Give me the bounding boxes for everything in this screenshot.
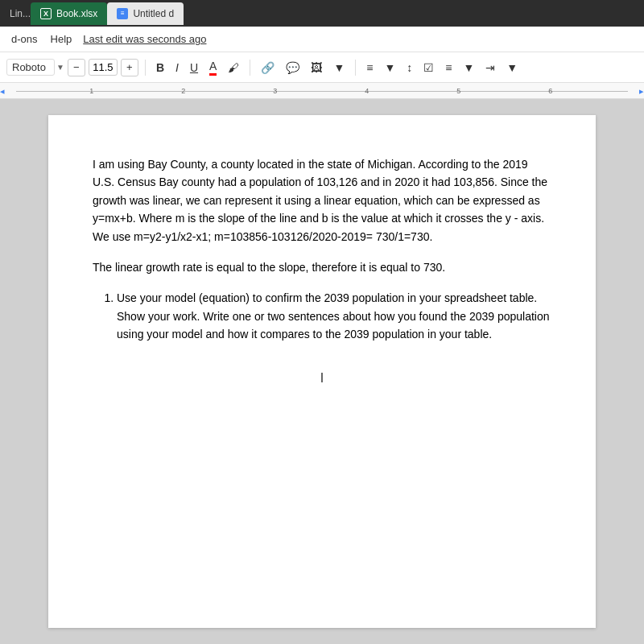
excel-icon: X [40, 8, 52, 19]
document-list: Use your model (equation) to confirm the… [117, 289, 551, 343]
indent-button[interactable]: ⇥ [481, 60, 499, 76]
font-size-increase-button[interactable]: + [121, 59, 138, 76]
document-area[interactable]: I am using Bay County, a county located … [0, 99, 644, 644]
align-dropdown-button[interactable]: ▼ [380, 60, 399, 76]
image-dropdown-button[interactable]: ▼ [329, 60, 349, 76]
menu-help[interactable]: Help [46, 30, 77, 48]
ruler-mark-1: 1 [89, 87, 93, 95]
list-dropdown-button[interactable]: ▼ [459, 60, 478, 76]
ruler-right-arrow-icon[interactable]: ▸ [639, 85, 644, 96]
doc-tab-label: Untitled d [133, 8, 174, 19]
paragraph-2: The linear growth rate is equal to the s… [93, 258, 551, 276]
ruler-inner: 1 2 3 4 5 6 [16, 83, 628, 98]
text-color-button[interactable]: A [205, 58, 221, 77]
menu-addons[interactable]: d-ons [6, 30, 43, 48]
line-spacing-button[interactable]: ↕ [402, 60, 416, 76]
tab-left-label: Lin... [3, 8, 31, 19]
list-item-1: Use your model (equation) to confirm the… [117, 289, 551, 343]
image-button[interactable]: 🖼 [307, 60, 326, 76]
bold-button[interactable]: B [152, 60, 168, 76]
paragraph-1: I am using Bay County, a county located … [93, 155, 551, 246]
text-color-label: A [209, 60, 217, 76]
doc-icon: ≡ [117, 8, 128, 19]
italic-button[interactable]: I [171, 60, 183, 76]
last-edit-label: Last edit was seconds ago [83, 33, 206, 45]
excel-tab-label: Book.xlsx [56, 8, 97, 19]
comment-button[interactable]: 💬 [282, 60, 303, 76]
font-size-decrease-button[interactable]: − [68, 59, 85, 76]
ruler-track [16, 91, 628, 92]
document-content: I am using Bay County, a county located … [93, 155, 551, 388]
ruler-left-arrow-icon[interactable]: ◂ [0, 85, 5, 96]
ruler-mark-3: 3 [273, 87, 277, 95]
checklist-button[interactable]: ☑ [419, 60, 438, 76]
toolbar-separator-2 [250, 60, 250, 76]
ruler-mark-6: 6 [548, 87, 552, 95]
tab-bar: Lin... X Book.xlsx ≡ Untitled d [0, 0, 644, 27]
font-name-selector[interactable]: Roboto [6, 59, 55, 76]
font-dropdown-arrow-icon[interactable]: ▼ [56, 63, 64, 72]
tab-doc[interactable]: ≡ Untitled d [107, 2, 184, 25]
paint-format-button[interactable]: 🖌 [224, 60, 243, 76]
indent-dropdown-button[interactable]: ▼ [502, 60, 522, 76]
toolbar: Roboto ▼ − + B I U A 🖌 🔗 💬 🖼 ▼ ≡ ▼ ↕ ☑ ≡… [0, 52, 644, 83]
font-size-input[interactable] [89, 59, 118, 76]
toolbar-separator-1 [145, 60, 146, 76]
list-button[interactable]: ≡ [441, 60, 456, 76]
toolbar-separator-3 [355, 60, 356, 76]
ruler-mark-5: 5 [456, 87, 460, 95]
cursor-symbol: I [320, 371, 324, 385]
link-button[interactable]: 🔗 [257, 60, 279, 76]
text-cursor[interactable]: I [93, 368, 551, 389]
tab-excel[interactable]: X Book.xlsx [31, 2, 107, 25]
ruler-mark-2: 2 [181, 87, 185, 95]
menu-bar: d-ons Help Last edit was seconds ago [0, 27, 644, 52]
document-page[interactable]: I am using Bay County, a county located … [48, 115, 596, 628]
align-button[interactable]: ≡ [362, 60, 377, 76]
ruler-mark-4: 4 [365, 87, 369, 95]
underline-button[interactable]: U [186, 60, 202, 76]
ruler: ◂ 1 2 3 4 5 6 ▸ [0, 83, 644, 99]
